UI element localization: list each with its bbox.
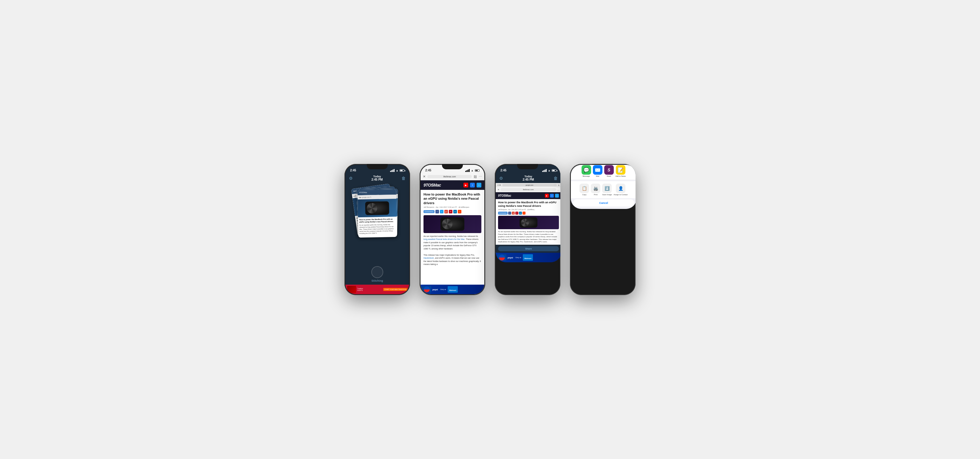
tw-3[interactable]: t	[555, 194, 559, 198]
share-sheet-4: Tap to share with AirDrop Michael MacBoo…	[571, 165, 636, 209]
action-copy[interactable]: 📋 Copy	[579, 184, 589, 196]
action-save-image[interactable]: ⬇️ Save Image	[602, 184, 612, 196]
title-group-1: Today 2:45 PM	[372, 175, 383, 181]
mini-fb-3[interactable]: f	[508, 211, 511, 214]
toolbar-3: ⚙ Today 2:45 PM 🗑	[496, 173, 560, 183]
mini-gp-3[interactable]: g	[512, 211, 515, 214]
facebook-icon-2[interactable]: f	[470, 183, 475, 187]
status-icons-3: ▲	[542, 169, 557, 172]
assign-contact-label: Assign to Contact	[614, 194, 628, 196]
save-image-icon: ⬇️	[602, 184, 612, 193]
action-assign-contact[interactable]: 👤 Assign to Contact	[614, 184, 628, 196]
rd-share-2[interactable]: r	[458, 210, 461, 213]
mini-url-3: google.com	[502, 184, 557, 186]
article-meta-2: Jeff Benjamin · Apr. 11th 2017 2:02 pm P…	[423, 206, 481, 208]
notch-3	[517, 164, 538, 169]
close-btn-2[interactable]: ✕	[423, 175, 426, 178]
ad-cta-1[interactable]: START YOUR NEW TRADITION	[383, 288, 407, 291]
article-text-2: As we reported earlier this morning, Nvi…	[423, 235, 481, 266]
yt-3[interactable]: ▶	[545, 194, 549, 198]
action-print[interactable]: 🖨️ Print	[591, 184, 600, 196]
mini-site-header-3: 9TO5Mac ▶ f t	[496, 192, 560, 199]
mini-meta-3: Jeff Benjamin · Apr. 11th 2017 3:02 pm P…	[498, 209, 559, 210]
trash-icon-3[interactable]: 🗑	[554, 176, 558, 181]
title-group-3: Today 2:45 PM	[523, 175, 534, 181]
article-card-3: 2:44 google.com ↻ ✕ 9to5mac.com … 9TO5Ma…	[496, 183, 560, 253]
youtube-icon-2[interactable]: ▶	[463, 183, 468, 187]
toolbar-time-3: 2:45 PM	[523, 178, 534, 181]
mini-title-3: How to power the MacBook Pro with an eGP…	[498, 201, 559, 208]
fb-3[interactable]: f	[550, 194, 554, 198]
assign-contact-icon: 👤	[616, 184, 625, 193]
gp-share-2[interactable]: g+	[444, 210, 448, 213]
status-icons-1: ▲	[390, 169, 404, 172]
mail-label: Mail	[596, 175, 599, 177]
message-icon: 💬	[582, 165, 591, 175]
share-mail[interactable]: ✉️ Mail	[593, 165, 603, 177]
slack-label: Slack	[607, 175, 611, 177]
comments-btn-2[interactable]: Comments	[423, 210, 434, 213]
ad-banner-1: TraditionHUNT'S START YOUR NEW TRADITION	[345, 284, 409, 294]
share-actions-row: 📋 Copy 🖨️ Print ⬇️ Save Image	[571, 181, 636, 198]
battery-1	[399, 169, 404, 172]
article-title-2: How to power the MacBook Pro with an eGP…	[423, 192, 481, 205]
mini-li-3[interactable]: in	[519, 211, 522, 214]
pepsi-logo-3	[498, 254, 506, 261]
mini-rd-3[interactable]: r	[522, 211, 525, 214]
twitter-icon-2[interactable]: t	[477, 183, 481, 187]
share-apps-row: 💬 Message ✉️ Mail S	[571, 165, 636, 180]
tw-share-2[interactable]: t	[440, 210, 444, 213]
share-button-3[interactable]: Share	[498, 246, 559, 251]
site-name-2: 9TO5Mac	[423, 183, 441, 187]
link-btn-2[interactable]: ⛓	[474, 175, 477, 178]
mini-text-3: As we reported earlier this morning, Nvi…	[498, 230, 559, 243]
battery-2	[475, 169, 480, 172]
mini-url-bar-3: 9to5mac.com	[500, 188, 556, 191]
share-notes[interactable]: 📝 Add to Notes	[616, 165, 626, 177]
mini-browser-3: ✕ 9to5mac.com …	[496, 187, 560, 192]
signal-3	[542, 169, 547, 172]
ad-text-1: TraditionHUNT'S	[357, 287, 363, 292]
share-message[interactable]: 💬 Message	[582, 165, 591, 177]
gear-icon-3[interactable]: ⚙	[499, 176, 503, 181]
more-btn-2[interactable]: ⋯	[479, 175, 482, 178]
copy-icon: 📋	[579, 184, 589, 193]
trash-icon-1[interactable]: 🗑	[401, 176, 406, 181]
walmart-btn[interactable]: Walmart	[448, 286, 458, 293]
ad-img-1	[347, 286, 356, 293]
stacked-cards: 9to5mac.com ◀ ▶ google.com How to power …	[345, 183, 409, 264]
share-slack[interactable]: S Slack	[604, 165, 614, 177]
fb-share-2[interactable]: f	[436, 210, 439, 213]
stitching-area: Stitching	[345, 264, 409, 284]
wifi-icon-3: ▲	[548, 169, 550, 172]
mini-pin-3[interactable]: P	[515, 211, 518, 214]
cancel-button[interactable]: Cancel	[573, 199, 634, 206]
url-bar-2[interactable]: 9to5mac.com	[427, 175, 472, 178]
article-image-2	[423, 215, 481, 233]
notes-label: Add to Notes	[616, 175, 626, 177]
ad-banner-2: pepsi Only at Walmart	[420, 284, 484, 294]
gear-icon-1[interactable]: ⚙	[349, 176, 353, 181]
mini-comments-3[interactable]: Comments	[498, 211, 508, 214]
date-1: Today	[372, 175, 383, 178]
signal-1	[390, 169, 395, 172]
status-icons-2: ▲	[465, 169, 480, 172]
mini-comment-3: Comments f g P in r	[498, 211, 559, 214]
li-share-2[interactable]: in	[453, 210, 457, 213]
walmart-btn-3[interactable]: Walmart	[523, 254, 533, 261]
toolbar-time-1: 2:45 PM	[372, 178, 383, 181]
ad-only-3: Only at	[515, 257, 521, 259]
phone-3: 2:45 ▲ ⚙ Today 2:45 PM 🗑	[495, 164, 560, 295]
mail-icon: ✉️	[593, 165, 603, 175]
pin-share-2[interactable]: P	[449, 210, 452, 213]
mini-site-name-3: 9TO5Mac	[498, 194, 511, 197]
wifi-icon-1: ▲	[396, 169, 398, 172]
copy-label: Copy	[582, 194, 586, 196]
signal-2	[465, 169, 470, 172]
share-btn-area: Share	[496, 245, 560, 253]
toolbar-1: ⚙ Today 2:45 PM 🗑	[345, 173, 409, 183]
article-header-2: 9TO5Mac ▶ f t	[420, 180, 484, 190]
comment-bar-2: Comments f t g+ P in r	[423, 210, 481, 213]
stitching-label: Stitching	[371, 279, 383, 282]
date-3: Today	[523, 175, 534, 178]
